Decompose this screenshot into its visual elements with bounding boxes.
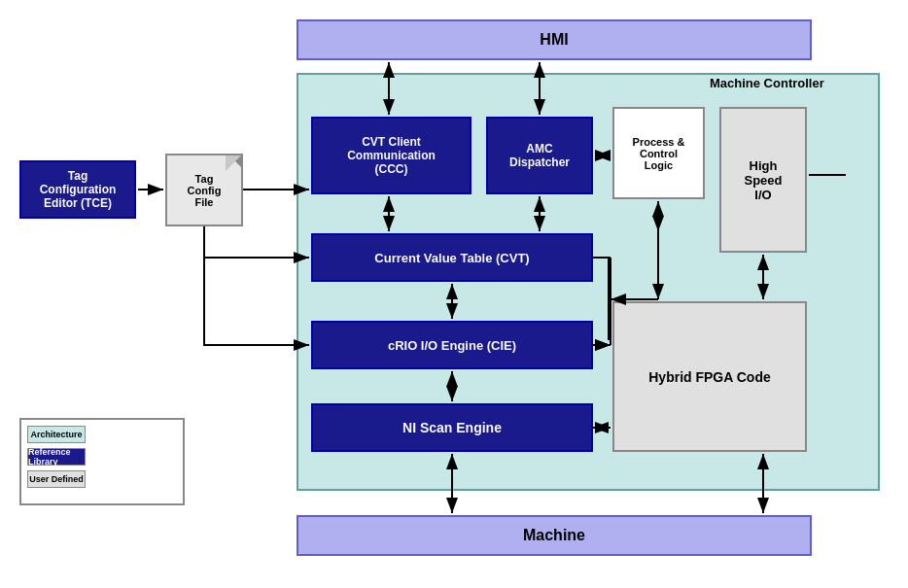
cvt-label: Current Value Table (CVT): [374, 251, 529, 265]
machine-controller-label: Machine Controller: [710, 76, 824, 90]
cvt-client-label: CVT Client Communication (CCC): [347, 135, 436, 176]
ni-scan-box: NI Scan Engine: [311, 403, 593, 452]
machine-block: Machine: [297, 515, 812, 556]
tag-config-file-label: Tag Config File: [188, 173, 222, 208]
reference-label: Reference Library: [28, 447, 85, 467]
architecture-label: Architecture: [30, 430, 82, 439]
process-control-label: Process & Control Logic: [633, 136, 685, 171]
amc-dispatcher-box: AMC Dispatcher: [486, 117, 593, 194]
legend-item-reference: Reference Library: [27, 448, 177, 466]
cvt-box: Current Value Table (CVT): [311, 233, 593, 282]
high-speed-io-label: High Speed I/O: [744, 158, 782, 202]
tce-box: Tag Configuration Editor (TCE): [19, 160, 136, 219]
tce-label: Tag Configuration Editor (TCE): [40, 169, 117, 210]
hybrid-fpga-box: Hybrid FPGA Code: [612, 301, 807, 452]
legend-box: Architecture Reference Library User Defi…: [19, 418, 185, 505]
cvt-client-box: CVT Client Communication (CCC): [311, 117, 471, 194]
legend-color-user: User Defined: [27, 470, 86, 488]
hmi-label: HMI: [540, 31, 568, 49]
crio-box: cRIO I/O Engine (CIE): [311, 321, 593, 369]
legend-item-user: User Defined: [27, 470, 177, 488]
legend-color-reference: Reference Library: [27, 448, 86, 466]
amc-dispatcher-label: AMC Dispatcher: [509, 142, 570, 169]
ni-scan-label: NI Scan Engine: [402, 420, 502, 435]
legend-item-architecture: Architecture: [27, 426, 177, 443]
diagram-container: HMI Machine Controller CVT Client Commun…: [10, 10, 894, 573]
process-control-box: Process & Control Logic: [612, 107, 705, 199]
legend-color-architecture: Architecture: [27, 426, 86, 443]
hybrid-fpga-label: Hybrid FPGA Code: [648, 369, 771, 385]
hmi-block: HMI: [297, 19, 812, 60]
user-label: User Defined: [29, 474, 84, 484]
high-speed-io-box: High Speed I/O: [719, 107, 807, 253]
machine-label: Machine: [523, 527, 585, 544]
tag-config-file-box: Tag Config File: [165, 154, 243, 226]
crio-label: cRIO I/O Engine (CIE): [388, 338, 516, 353]
